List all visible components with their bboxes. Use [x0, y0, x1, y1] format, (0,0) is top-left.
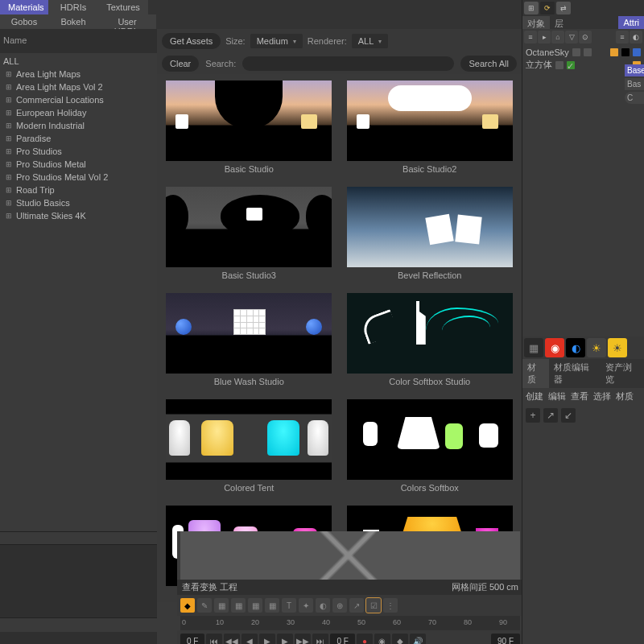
- hierarchy-row[interactable]: OctaneSky: [524, 47, 642, 58]
- visibility-toggle[interactable]: [572, 48, 580, 56]
- render-toggle[interactable]: ✓: [567, 61, 575, 69]
- tool-icon[interactable]: ↗: [349, 598, 364, 613]
- expand-icon[interactable]: ⊞: [5, 134, 13, 142]
- tree-item[interactable]: ⊞Road Trip: [0, 184, 157, 196]
- menu-item[interactable]: 编辑: [548, 390, 566, 402]
- tree-item-selected[interactable]: ⊞Studio Basics: [0, 196, 157, 209]
- tab-gobos[interactable]: Gobos: [0, 14, 48, 29]
- tool-icon[interactable]: ◐: [316, 598, 330, 613]
- filter-icon[interactable]: ▽: [565, 31, 578, 43]
- size-dropdown[interactable]: Medium: [250, 34, 303, 48]
- tab-objects[interactable]: 对象: [522, 16, 550, 29]
- asset-card[interactable]: Color Softbox Studio: [345, 293, 516, 393]
- menu-item[interactable]: 查看: [571, 390, 588, 402]
- sound-button[interactable]: 🔊: [410, 634, 426, 644]
- mat-tab[interactable]: 材质编辑器: [549, 359, 601, 388]
- brush-icon[interactable]: ✎: [197, 598, 212, 613]
- tree-item[interactable]: ⊞Modern Industrial: [0, 119, 157, 132]
- tool-icon[interactable]: ✦: [299, 598, 313, 613]
- timeline-ruler[interactable]: 0 10 20 30 40 50 60 70 80 90: [180, 616, 520, 630]
- attr-tab[interactable]: C: [625, 92, 644, 104]
- search-input[interactable]: [242, 56, 454, 71]
- menu-item[interactable]: 创建: [526, 390, 543, 402]
- search-all-button[interactable]: Search All: [460, 56, 517, 72]
- tag-icon[interactable]: [610, 48, 618, 56]
- mat-tab[interactable]: 材质: [522, 359, 549, 388]
- tree-item[interactable]: ⊞Area Light Maps: [0, 68, 157, 80]
- autokey-button[interactable]: ◉: [374, 634, 390, 644]
- cube-icon[interactable]: ▦: [231, 598, 246, 613]
- tree-item[interactable]: ⊞Area Light Maps Vol 2: [0, 80, 157, 93]
- attr-tab[interactable]: Base: [625, 64, 644, 76]
- menu-icon[interactable]: ≡: [524, 31, 537, 43]
- tool-icon[interactable]: T: [282, 598, 296, 613]
- clear-button[interactable]: Clear: [162, 56, 199, 72]
- expand-icon[interactable]: ⊞: [5, 109, 13, 117]
- tool-icon[interactable]: ▸: [538, 31, 551, 43]
- play-button[interactable]: ▶: [259, 634, 275, 644]
- expand-icon[interactable]: ⊞: [5, 70, 13, 78]
- tool-icon[interactable]: ⋮: [383, 598, 398, 613]
- cube-icon[interactable]: ▦: [248, 598, 262, 613]
- goto-end-button[interactable]: ⏭: [312, 634, 328, 644]
- expand-icon[interactable]: ⊞: [5, 122, 13, 130]
- tree-item[interactable]: ⊞Pro Studios: [0, 145, 157, 158]
- render-toggle[interactable]: [584, 48, 592, 56]
- tab-user-hdris[interactable]: User HDRIs: [98, 14, 156, 29]
- tab-materials[interactable]: Materials: [0, 0, 48, 14]
- frame-start-field[interactable]: 0 F: [180, 634, 204, 644]
- tree-item[interactable]: ⊞Pro Studios Metal Vol 2: [0, 171, 157, 184]
- expand-icon[interactable]: ⊞: [5, 147, 13, 155]
- get-assets-button[interactable]: Get Assets: [162, 33, 221, 49]
- next-frame-button[interactable]: ▶: [277, 634, 293, 644]
- expand-icon[interactable]: ↗: [543, 408, 558, 423]
- cube-icon[interactable]: ▦: [214, 598, 229, 613]
- expand-icon[interactable]: ⊞: [5, 186, 13, 194]
- asset-card[interactable]: Colored Tent: [163, 399, 335, 499]
- tab-textures[interactable]: Textures: [98, 0, 148, 14]
- frame-end-field[interactable]: 90 F: [491, 634, 520, 644]
- mat-tab[interactable]: 资产浏览: [601, 359, 644, 388]
- expand-icon[interactable]: ⊞: [5, 160, 13, 168]
- script-icon[interactable]: ⟳: [540, 2, 555, 14]
- tree-item[interactable]: ⊞Paradise: [0, 132, 157, 145]
- tab-hdris[interactable]: HDRIs: [48, 0, 98, 14]
- goto-start-button[interactable]: ⏮: [206, 634, 222, 644]
- tree-item[interactable]: ⊞Pro Studios Metal: [0, 158, 157, 171]
- tool-icon[interactable]: ⊕: [332, 598, 347, 613]
- expand-icon[interactable]: ⊞: [5, 96, 13, 104]
- record-button[interactable]: ●: [357, 634, 373, 644]
- prev-key-button[interactable]: ◀◀: [224, 634, 240, 644]
- expand-icon[interactable]: ↙: [561, 408, 576, 423]
- visibility-toggle[interactable]: [555, 61, 564, 69]
- tree-root-all[interactable]: ALL: [0, 55, 157, 68]
- sun-icon[interactable]: ☀: [587, 338, 606, 357]
- keyframe-icon[interactable]: ◆: [180, 598, 195, 613]
- tree-item[interactable]: ⊞Commercial Locations: [0, 93, 157, 106]
- key-button[interactable]: ◆: [392, 634, 408, 644]
- attr-tab[interactable]: Bas: [625, 78, 644, 90]
- tree-item[interactable]: ⊞European Holiday: [0, 106, 157, 119]
- home-icon[interactable]: ⌂: [551, 31, 564, 43]
- asset-card[interactable]: Bevel Reflection: [345, 187, 516, 287]
- add-button[interactable]: +: [526, 408, 540, 423]
- tag-icon[interactable]: [621, 48, 630, 56]
- expand-icon[interactable]: ⊞: [5, 212, 13, 220]
- menu-item[interactable]: 选择: [593, 390, 611, 402]
- asset-card[interactable]: Basic Studio3: [163, 187, 335, 287]
- next-key-button[interactable]: ▶▶: [295, 634, 311, 644]
- expand-icon[interactable]: ⊞: [5, 199, 13, 207]
- panel-icon[interactable]: ▦: [524, 338, 543, 357]
- menu-icon[interactable]: ≡: [616, 31, 629, 43]
- prev-frame-button[interactable]: ◀: [242, 634, 258, 644]
- tree-item[interactable]: ⊞Ultimate Skies 4K: [0, 209, 157, 222]
- frame-current-field[interactable]: 0 F: [330, 634, 354, 644]
- renderer-dropdown[interactable]: ALL: [352, 34, 389, 48]
- search-icon[interactable]: ⊙: [579, 31, 592, 43]
- panel-icon[interactable]: ⇄: [556, 2, 571, 14]
- contrast-icon[interactable]: ◐: [566, 338, 585, 357]
- tab-layers[interactable]: 层: [550, 16, 568, 29]
- asset-card[interactable]: Basic Studio: [163, 80, 335, 180]
- asset-card[interactable]: Basic Studio2: [345, 80, 516, 180]
- menu-item[interactable]: 材质: [616, 390, 634, 402]
